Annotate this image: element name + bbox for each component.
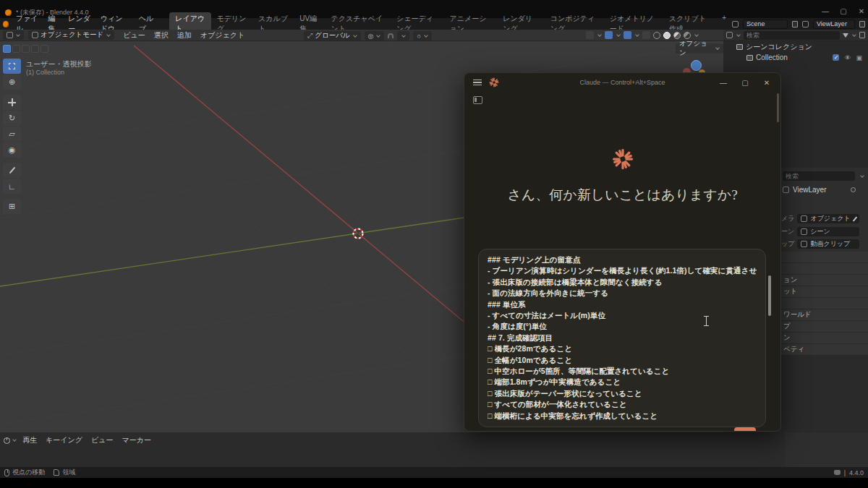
outliner-display-mode-icon[interactable] <box>726 32 733 38</box>
tool-scale[interactable]: ▱ <box>3 127 21 142</box>
statusbar: 視点の移動 領域 | 4.4.0 <box>0 467 868 478</box>
xray-toggle-icon[interactable] <box>642 31 650 39</box>
tool-measure[interactable]: ∟ <box>3 179 21 194</box>
sidebar-toggle-icon[interactable] <box>473 96 482 104</box>
timeline-menu-item[interactable]: キーイング <box>41 435 87 445</box>
timeline-menu-item[interactable]: 再生 <box>18 435 41 445</box>
claude-maximize-button[interactable]: ▢ <box>740 79 750 87</box>
corner-icon[interactable] <box>12 45 20 53</box>
tool-rotate[interactable]: ↻ <box>3 111 21 126</box>
blender-status-icon <box>834 470 841 475</box>
view-name-label: ユーザー・透視投影 <box>26 59 91 69</box>
properties-section-row[interactable]: ット <box>781 286 868 298</box>
tool-select-box[interactable] <box>3 59 21 74</box>
viewlayer-copy-icon[interactable] <box>859 21 865 27</box>
eye-icon[interactable]: 👁 <box>844 54 851 61</box>
scene-selector[interactable]: Scene <box>743 20 788 29</box>
shading-solid-icon[interactable] <box>663 32 671 39</box>
blender-menu-icon[interactable] <box>3 21 9 27</box>
overlays-toggle-icon[interactable] <box>624 31 631 39</box>
property-field-camera: メラ オブジェクト <box>781 214 859 223</box>
shading-material-icon[interactable] <box>673 32 681 39</box>
corner-icon[interactable] <box>31 45 39 53</box>
outliner-row-scene-collection[interactable]: シーンコレクション <box>723 41 868 52</box>
maximize-button[interactable]: ▢ <box>839 7 848 16</box>
outliner-row-collection[interactable]: Collection ✓ 👁 ▣ <box>723 52 868 63</box>
tool-annotate[interactable] <box>3 163 21 178</box>
input-scrollbar[interactable] <box>768 275 771 316</box>
gizmo-toggle-icon[interactable] <box>605 31 613 39</box>
object-mode-icon <box>32 32 38 38</box>
tool-transform[interactable]: ◉ <box>3 142 21 158</box>
properties-section-row[interactable]: ワールド <box>781 309 868 321</box>
nav-gizmo-z-ball[interactable] <box>691 60 702 71</box>
viewport-menu-item[interactable]: オブジェクト <box>196 30 249 41</box>
timeline-editor-icon[interactable] <box>4 437 10 444</box>
proportional-edit-button[interactable]: ○ <box>413 31 431 40</box>
options-button[interactable]: オプション <box>676 43 723 53</box>
claude-close-button[interactable]: ✕ <box>762 79 772 87</box>
timeline-menu-item[interactable]: ビュー <box>87 435 117 445</box>
background-scene-selector[interactable]: シーン <box>797 227 859 236</box>
camera-icon[interactable]: ▣ <box>856 54 862 61</box>
snap-magnet-icon[interactable] <box>388 33 393 38</box>
viewport-menus: ビュー選択追加オブジェクト <box>119 30 249 41</box>
properties-section-row[interactable] <box>781 263 868 275</box>
prompt-line: - すべての寸法はメートル(m)単位 <box>488 310 757 321</box>
snap-target-selector[interactable] <box>397 31 409 40</box>
orientation-selector[interactable]: ⤢グローバル <box>304 31 361 40</box>
claude-minimize-button[interactable]: — <box>718 79 728 87</box>
close-button[interactable]: ✕ <box>857 7 866 16</box>
camera-object-selector[interactable]: オブジェクト <box>797 214 859 223</box>
send-button[interactable] <box>734 427 756 432</box>
scene-icon[interactable] <box>732 21 739 27</box>
viewport-menu-item[interactable]: ビュー <box>119 30 149 41</box>
timeline-menu-item[interactable]: マーカー <box>117 435 155 445</box>
shading-wireframe-icon[interactable] <box>653 32 660 39</box>
corner-icon[interactable] <box>22 45 30 53</box>
pivot-selector[interactable]: ◎ <box>365 31 385 40</box>
property-field-scene: ーン シーン <box>781 227 859 236</box>
mode-selector[interactable]: オブジェクトモード <box>28 30 114 40</box>
edit-icon[interactable] <box>853 216 858 221</box>
claude-starburst-icon <box>612 148 634 170</box>
scene-copy-icon[interactable] <box>792 21 798 27</box>
tool-move[interactable] <box>3 95 21 110</box>
pin-icon[interactable] <box>851 187 856 192</box>
outliner-search-input[interactable] <box>746 32 837 39</box>
prompt-line: ### モデリング上の留意点 <box>488 254 757 265</box>
viewport-menu-item[interactable]: 追加 <box>173 30 196 41</box>
region-icon <box>54 469 59 476</box>
window-scrollbar[interactable] <box>777 93 779 122</box>
visibility-toggle-icon[interactable] <box>586 31 594 39</box>
outliner-search[interactable] <box>744 31 840 40</box>
shading-rendered-icon[interactable] <box>684 32 691 39</box>
properties-search[interactable] <box>783 171 855 181</box>
properties-section-row[interactable] <box>781 252 868 263</box>
checkbox-icon[interactable]: ✓ <box>833 54 839 61</box>
corner-icon[interactable] <box>41 45 48 53</box>
editor-type-button[interactable] <box>3 30 24 40</box>
status-hint-region: 領域 <box>54 468 75 477</box>
tool-add-cube[interactable]: ⊞ <box>3 199 21 214</box>
properties-section-row[interactable]: ョン <box>781 275 868 286</box>
tool-cursor[interactable]: ⊕ <box>3 74 21 90</box>
corner-icon-active[interactable] <box>3 45 11 53</box>
properties-section-row[interactable] <box>781 298 868 309</box>
timeline: 再生キーイングビューマーカー <box>0 432 785 467</box>
filter-icon[interactable] <box>843 33 848 38</box>
properties-section-row[interactable]: プ <box>781 321 868 333</box>
viewlayer-icon[interactable] <box>802 21 809 27</box>
active-clip-selector[interactable]: 動画クリップ <box>797 239 859 249</box>
blender-logo-icon <box>5 9 12 16</box>
viewport-menu-item[interactable]: 選択 <box>150 30 173 41</box>
properties-section-row[interactable]: ペティ <box>781 344 868 356</box>
outliner-options-icon[interactable] <box>859 32 865 38</box>
properties-section-row[interactable]: ン <box>781 333 868 344</box>
properties-search-input[interactable] <box>786 173 852 180</box>
prompt-line: □ すべての部材が一体化されていること <box>488 399 757 410</box>
minimize-button[interactable]: — <box>821 7 830 16</box>
prompt-line: - 張出床版の接続部は橋梁本体と隙間なく接続する <box>488 277 757 288</box>
viewlayer-selector[interactable]: ViewLayer <box>813 20 855 29</box>
claude-prompt-input[interactable]: ### モデリング上の留意点- ブーリアン演算時はシリンダーを橋長より長く(約1… <box>478 249 766 427</box>
